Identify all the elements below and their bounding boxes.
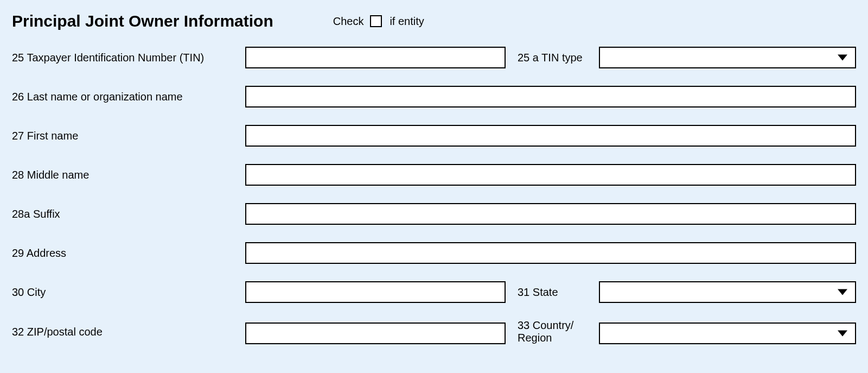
row-29: 29 Address <box>12 242 856 264</box>
entity-check-label-right: if entity <box>390 15 424 28</box>
row-26: 26 Last name or organization name <box>12 86 856 108</box>
label-29: 29 Address <box>12 247 245 260</box>
row-25: 25 Taxpayer Identification Number (TIN) … <box>12 47 856 68</box>
input-city[interactable] <box>245 281 506 303</box>
entity-checkbox[interactable] <box>370 15 382 27</box>
row-27: 27 First name <box>12 125 856 147</box>
chevron-down-icon <box>838 289 847 295</box>
label-32: 32 ZIP/postal code <box>12 319 245 338</box>
chevron-down-icon <box>838 55 847 61</box>
input-last-name-or-org[interactable] <box>245 86 856 108</box>
input-zip[interactable] <box>245 323 506 344</box>
input-suffix[interactable] <box>245 203 856 225</box>
input-first-name[interactable] <box>245 125 856 147</box>
chevron-down-icon <box>838 331 847 337</box>
select-tin-type[interactable] <box>599 47 856 68</box>
section-title: Principal Joint Owner Information <box>12 12 273 30</box>
label-33-line1: 33 Country/ <box>518 319 593 332</box>
label-25: 25 Taxpayer Identification Number (TIN) <box>12 52 245 64</box>
input-middle-name[interactable] <box>245 164 856 186</box>
label-31: 31 State <box>506 286 599 299</box>
input-address[interactable] <box>245 242 856 264</box>
select-state[interactable] <box>599 281 856 303</box>
row-32-33: 32 ZIP/postal code 33 Country/ Region <box>12 319 856 344</box>
label-33: 33 Country/ Region <box>506 319 599 344</box>
label-26: 26 Last name or organization name <box>12 91 245 103</box>
label-33-line2: Region <box>518 332 593 344</box>
row-28: 28 Middle name <box>12 164 856 186</box>
label-28a: 28a Suffix <box>12 208 245 220</box>
label-25a: 25 a TIN type <box>506 52 599 64</box>
principal-joint-owner-form: Principal Joint Owner Information Check … <box>0 0 868 355</box>
label-28: 28 Middle name <box>12 169 245 181</box>
label-30: 30 City <box>12 286 245 299</box>
input-tin[interactable] <box>245 47 506 68</box>
entity-check-label-left: Check <box>333 15 364 28</box>
row-28a: 28a Suffix <box>12 203 856 225</box>
label-27: 27 First name <box>12 130 245 142</box>
section-header: Principal Joint Owner Information Check … <box>12 12 856 30</box>
row-30-31: 30 City 31 State <box>12 281 856 303</box>
select-country-region[interactable] <box>599 323 856 344</box>
